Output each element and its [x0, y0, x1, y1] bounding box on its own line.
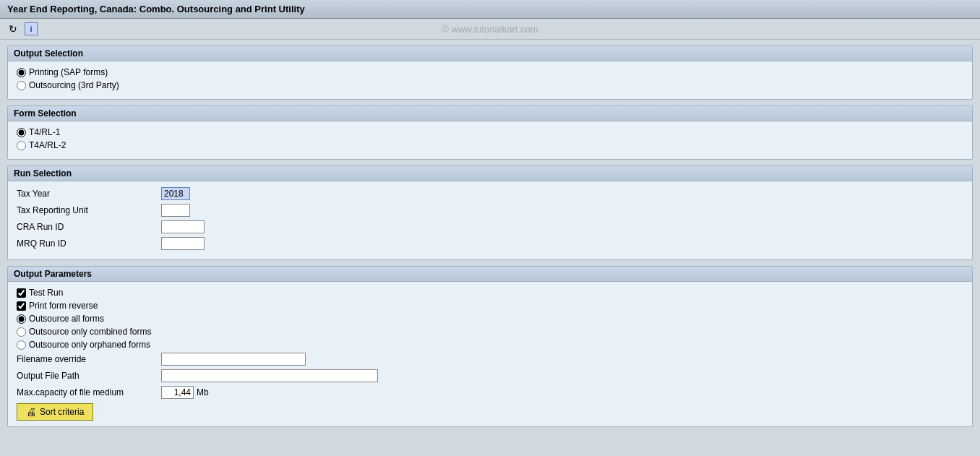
- sort-criteria-button[interactable]: 🖨 Sort criteria: [17, 403, 93, 421]
- form-t4rl1-radio[interactable]: [17, 128, 26, 137]
- output-selection-header: Output Selection: [8, 46, 972, 61]
- output-file-path-row: Output File Path: [17, 369, 963, 382]
- output-printing-label[interactable]: Printing (SAP forms): [29, 67, 108, 77]
- cra-run-id-row: CRA Run ID: [17, 220, 963, 233]
- tax-year-row: Tax Year: [17, 187, 963, 200]
- outsource-all-label[interactable]: Outsource all forms: [29, 314, 104, 324]
- cra-run-id-input[interactable]: [161, 220, 205, 233]
- filename-override-label: Filename override: [17, 354, 161, 364]
- page-title: Year End Reporting, Canada: Combo. Outso…: [7, 4, 305, 14]
- test-run-label[interactable]: Test Run: [29, 288, 63, 298]
- tax-reporting-unit-row: Tax Reporting Unit: [17, 204, 963, 217]
- filename-override-input[interactable]: [161, 353, 306, 366]
- print-form-reverse-label[interactable]: Print form reverse: [29, 301, 98, 311]
- output-parameters-header: Output Parameters: [8, 267, 972, 282]
- print-form-reverse-row[interactable]: Print form reverse: [17, 301, 963, 311]
- outsource-all-radio[interactable]: [17, 314, 26, 324]
- output-outsourcing-row[interactable]: Outsourcing (3rd Party): [17, 80, 963, 90]
- output-file-path-label: Output File Path: [17, 371, 161, 381]
- printer-icon: 🖨: [26, 406, 36, 418]
- watermark: © www.tutorialkart.com: [442, 24, 538, 35]
- print-form-reverse-checkbox[interactable]: [17, 301, 26, 311]
- mrq-run-id-input[interactable]: [161, 237, 205, 250]
- form-t4rl1-row[interactable]: T4/RL-1: [17, 127, 963, 137]
- info-icon[interactable]: i: [25, 22, 38, 35]
- mrq-run-id-row: MRQ Run ID: [17, 237, 963, 250]
- cra-run-id-label: CRA Run ID: [17, 222, 161, 232]
- toolbar: ↻ i © www.tutorialkart.com: [0, 19, 980, 40]
- tax-year-input[interactable]: [161, 187, 190, 200]
- sort-criteria-label: Sort criteria: [40, 407, 84, 417]
- mb-label: Mb: [197, 387, 209, 397]
- form-t4rl1-label[interactable]: T4/RL-1: [29, 127, 60, 137]
- output-selection-section: Output Selection Printing (SAP forms) Ou…: [7, 46, 973, 100]
- tax-year-label: Tax Year: [17, 189, 161, 199]
- filename-override-row: Filename override: [17, 353, 963, 366]
- title-bar: Year End Reporting, Canada: Combo. Outso…: [0, 0, 980, 19]
- output-parameters-section: Output Parameters Test Run Print form re…: [7, 266, 973, 427]
- form-selection-header: Form Selection: [8, 106, 972, 121]
- output-printing-row[interactable]: Printing (SAP forms): [17, 67, 963, 77]
- output-outsourcing-label[interactable]: Outsourcing (3rd Party): [29, 80, 119, 90]
- max-capacity-input[interactable]: [161, 386, 194, 399]
- outsource-orphaned-radio[interactable]: [17, 340, 26, 350]
- outsource-all-row[interactable]: Outsource all forms: [17, 314, 963, 324]
- output-printing-radio[interactable]: [17, 68, 26, 77]
- max-capacity-row: Max.capacity of file medium Mb: [17, 386, 963, 399]
- test-run-row[interactable]: Test Run: [17, 288, 963, 298]
- back-icon[interactable]: ↻: [6, 22, 20, 36]
- outsource-combined-radio[interactable]: [17, 327, 26, 337]
- outsource-orphaned-row[interactable]: Outsource only orphaned forms: [17, 340, 963, 350]
- run-selection-section: Run Selection Tax Year Tax Reporting Uni…: [7, 165, 973, 260]
- output-file-path-input[interactable]: [161, 369, 378, 382]
- outsource-combined-label[interactable]: Outsource only combined forms: [29, 327, 151, 337]
- tax-reporting-unit-label: Tax Reporting Unit: [17, 205, 161, 215]
- outsource-combined-row[interactable]: Outsource only combined forms: [17, 327, 963, 337]
- max-capacity-label: Max.capacity of file medium: [17, 387, 161, 397]
- form-selection-section: Form Selection T4/RL-1 T4A/RL-2: [7, 106, 973, 160]
- form-t4arl2-label[interactable]: T4A/RL-2: [29, 140, 66, 150]
- tax-reporting-unit-input[interactable]: [161, 204, 190, 217]
- output-outsourcing-radio[interactable]: [17, 81, 26, 90]
- form-t4arl2-row[interactable]: T4A/RL-2: [17, 140, 963, 150]
- run-selection-header: Run Selection: [8, 166, 972, 181]
- mrq-run-id-label: MRQ Run ID: [17, 238, 161, 249]
- test-run-checkbox[interactable]: [17, 288, 26, 298]
- outsource-orphaned-label[interactable]: Outsource only orphaned forms: [29, 340, 150, 350]
- form-t4arl2-radio[interactable]: [17, 141, 26, 150]
